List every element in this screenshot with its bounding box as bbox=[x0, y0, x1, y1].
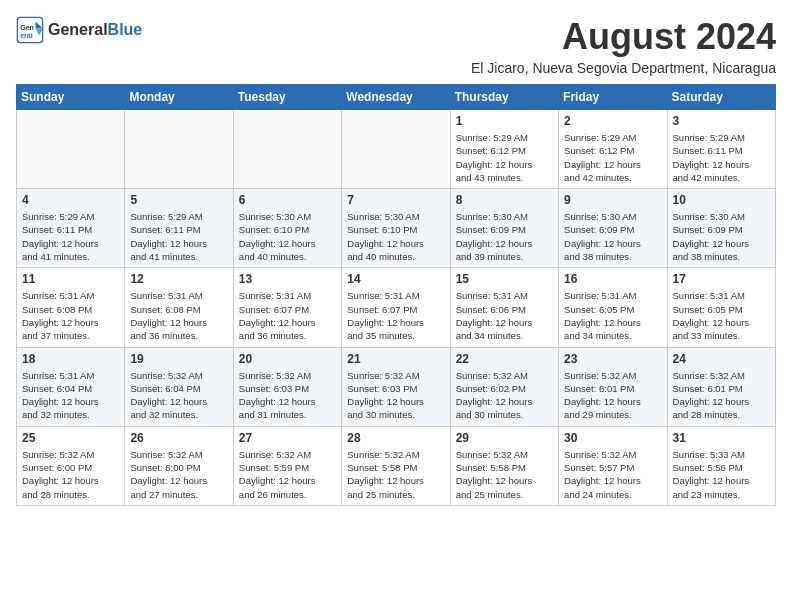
calendar-cell: 16Sunrise: 5:31 AMSunset: 6:05 PMDayligh… bbox=[559, 268, 667, 347]
calendar-cell: 31Sunrise: 5:33 AMSunset: 5:56 PMDayligh… bbox=[667, 426, 775, 505]
page-header: Gen eral GeneralBlue August 2024 El Jica… bbox=[16, 16, 776, 76]
weekday-header-tuesday: Tuesday bbox=[233, 85, 341, 110]
day-info: Sunrise: 5:32 AMSunset: 6:04 PMDaylight:… bbox=[130, 369, 227, 422]
day-info: Sunrise: 5:29 AMSunset: 6:11 PMDaylight:… bbox=[130, 210, 227, 263]
day-info: Sunrise: 5:29 AMSunset: 6:12 PMDaylight:… bbox=[564, 131, 661, 184]
calendar-cell: 15Sunrise: 5:31 AMSunset: 6:06 PMDayligh… bbox=[450, 268, 558, 347]
calendar-cell bbox=[342, 110, 450, 189]
day-info: Sunrise: 5:31 AMSunset: 6:05 PMDaylight:… bbox=[673, 289, 770, 342]
day-number: 23 bbox=[564, 352, 661, 366]
calendar-cell: 2Sunrise: 5:29 AMSunset: 6:12 PMDaylight… bbox=[559, 110, 667, 189]
day-number: 26 bbox=[130, 431, 227, 445]
day-info: Sunrise: 5:32 AMSunset: 6:00 PMDaylight:… bbox=[22, 448, 119, 501]
day-info: Sunrise: 5:32 AMSunset: 5:59 PMDaylight:… bbox=[239, 448, 336, 501]
calendar-cell: 9Sunrise: 5:30 AMSunset: 6:09 PMDaylight… bbox=[559, 189, 667, 268]
calendar-cell bbox=[125, 110, 233, 189]
day-info: Sunrise: 5:32 AMSunset: 6:01 PMDaylight:… bbox=[673, 369, 770, 422]
day-number: 19 bbox=[130, 352, 227, 366]
calendar-cell bbox=[17, 110, 125, 189]
day-number: 15 bbox=[456, 272, 553, 286]
logo-text: GeneralBlue bbox=[48, 21, 142, 39]
day-number: 7 bbox=[347, 193, 444, 207]
weekday-header-saturday: Saturday bbox=[667, 85, 775, 110]
day-number: 18 bbox=[22, 352, 119, 366]
day-number: 30 bbox=[564, 431, 661, 445]
svg-text:eral: eral bbox=[20, 32, 33, 39]
day-number: 22 bbox=[456, 352, 553, 366]
weekday-header-wednesday: Wednesday bbox=[342, 85, 450, 110]
day-info: Sunrise: 5:30 AMSunset: 6:10 PMDaylight:… bbox=[239, 210, 336, 263]
day-number: 12 bbox=[130, 272, 227, 286]
day-info: Sunrise: 5:30 AMSunset: 6:10 PMDaylight:… bbox=[347, 210, 444, 263]
day-info: Sunrise: 5:32 AMSunset: 5:58 PMDaylight:… bbox=[456, 448, 553, 501]
calendar-cell: 28Sunrise: 5:32 AMSunset: 5:58 PMDayligh… bbox=[342, 426, 450, 505]
calendar-cell: 10Sunrise: 5:30 AMSunset: 6:09 PMDayligh… bbox=[667, 189, 775, 268]
day-info: Sunrise: 5:31 AMSunset: 6:07 PMDaylight:… bbox=[347, 289, 444, 342]
calendar-cell: 11Sunrise: 5:31 AMSunset: 6:08 PMDayligh… bbox=[17, 268, 125, 347]
day-number: 4 bbox=[22, 193, 119, 207]
day-number: 27 bbox=[239, 431, 336, 445]
calendar-week-row: 4Sunrise: 5:29 AMSunset: 6:11 PMDaylight… bbox=[17, 189, 776, 268]
day-number: 25 bbox=[22, 431, 119, 445]
day-number: 31 bbox=[673, 431, 770, 445]
day-info: Sunrise: 5:31 AMSunset: 6:08 PMDaylight:… bbox=[22, 289, 119, 342]
title-block: August 2024 El Jicaro, Nueva Segovia Dep… bbox=[471, 16, 776, 76]
calendar-cell: 5Sunrise: 5:29 AMSunset: 6:11 PMDaylight… bbox=[125, 189, 233, 268]
day-info: Sunrise: 5:31 AMSunset: 6:07 PMDaylight:… bbox=[239, 289, 336, 342]
svg-marker-4 bbox=[36, 29, 43, 36]
day-number: 9 bbox=[564, 193, 661, 207]
weekday-header-friday: Friday bbox=[559, 85, 667, 110]
calendar-cell: 25Sunrise: 5:32 AMSunset: 6:00 PMDayligh… bbox=[17, 426, 125, 505]
calendar-cell: 26Sunrise: 5:32 AMSunset: 6:00 PMDayligh… bbox=[125, 426, 233, 505]
day-number: 13 bbox=[239, 272, 336, 286]
day-number: 14 bbox=[347, 272, 444, 286]
day-number: 3 bbox=[673, 114, 770, 128]
day-info: Sunrise: 5:32 AMSunset: 5:58 PMDaylight:… bbox=[347, 448, 444, 501]
day-info: Sunrise: 5:30 AMSunset: 6:09 PMDaylight:… bbox=[673, 210, 770, 263]
calendar-cell: 29Sunrise: 5:32 AMSunset: 5:58 PMDayligh… bbox=[450, 426, 558, 505]
calendar-cell bbox=[233, 110, 341, 189]
day-info: Sunrise: 5:32 AMSunset: 6:03 PMDaylight:… bbox=[239, 369, 336, 422]
calendar-cell: 4Sunrise: 5:29 AMSunset: 6:11 PMDaylight… bbox=[17, 189, 125, 268]
calendar-cell: 6Sunrise: 5:30 AMSunset: 6:10 PMDaylight… bbox=[233, 189, 341, 268]
calendar-cell: 22Sunrise: 5:32 AMSunset: 6:02 PMDayligh… bbox=[450, 347, 558, 426]
calendar-week-row: 18Sunrise: 5:31 AMSunset: 6:04 PMDayligh… bbox=[17, 347, 776, 426]
day-info: Sunrise: 5:31 AMSunset: 6:04 PMDaylight:… bbox=[22, 369, 119, 422]
calendar-cell: 3Sunrise: 5:29 AMSunset: 6:11 PMDaylight… bbox=[667, 110, 775, 189]
calendar-cell: 20Sunrise: 5:32 AMSunset: 6:03 PMDayligh… bbox=[233, 347, 341, 426]
day-number: 8 bbox=[456, 193, 553, 207]
calendar-cell: 8Sunrise: 5:30 AMSunset: 6:09 PMDaylight… bbox=[450, 189, 558, 268]
day-info: Sunrise: 5:31 AMSunset: 6:08 PMDaylight:… bbox=[130, 289, 227, 342]
calendar-week-row: 11Sunrise: 5:31 AMSunset: 6:08 PMDayligh… bbox=[17, 268, 776, 347]
svg-text:Gen: Gen bbox=[20, 24, 34, 31]
day-number: 29 bbox=[456, 431, 553, 445]
day-number: 1 bbox=[456, 114, 553, 128]
day-number: 17 bbox=[673, 272, 770, 286]
day-number: 28 bbox=[347, 431, 444, 445]
day-number: 24 bbox=[673, 352, 770, 366]
calendar-cell: 7Sunrise: 5:30 AMSunset: 6:10 PMDaylight… bbox=[342, 189, 450, 268]
day-number: 2 bbox=[564, 114, 661, 128]
day-info: Sunrise: 5:31 AMSunset: 6:05 PMDaylight:… bbox=[564, 289, 661, 342]
calendar-cell: 30Sunrise: 5:32 AMSunset: 5:57 PMDayligh… bbox=[559, 426, 667, 505]
weekday-header-monday: Monday bbox=[125, 85, 233, 110]
day-number: 20 bbox=[239, 352, 336, 366]
day-info: Sunrise: 5:33 AMSunset: 5:56 PMDaylight:… bbox=[673, 448, 770, 501]
day-info: Sunrise: 5:32 AMSunset: 6:00 PMDaylight:… bbox=[130, 448, 227, 501]
day-info: Sunrise: 5:29 AMSunset: 6:11 PMDaylight:… bbox=[673, 131, 770, 184]
calendar-cell: 24Sunrise: 5:32 AMSunset: 6:01 PMDayligh… bbox=[667, 347, 775, 426]
day-info: Sunrise: 5:29 AMSunset: 6:12 PMDaylight:… bbox=[456, 131, 553, 184]
weekday-header-row: SundayMondayTuesdayWednesdayThursdayFrid… bbox=[17, 85, 776, 110]
day-info: Sunrise: 5:32 AMSunset: 6:02 PMDaylight:… bbox=[456, 369, 553, 422]
day-info: Sunrise: 5:32 AMSunset: 6:03 PMDaylight:… bbox=[347, 369, 444, 422]
day-info: Sunrise: 5:32 AMSunset: 5:57 PMDaylight:… bbox=[564, 448, 661, 501]
calendar-cell: 12Sunrise: 5:31 AMSunset: 6:08 PMDayligh… bbox=[125, 268, 233, 347]
calendar-week-row: 25Sunrise: 5:32 AMSunset: 6:00 PMDayligh… bbox=[17, 426, 776, 505]
calendar-cell: 19Sunrise: 5:32 AMSunset: 6:04 PMDayligh… bbox=[125, 347, 233, 426]
day-number: 11 bbox=[22, 272, 119, 286]
svg-marker-3 bbox=[36, 22, 43, 29]
calendar-cell: 13Sunrise: 5:31 AMSunset: 6:07 PMDayligh… bbox=[233, 268, 341, 347]
calendar-cell: 14Sunrise: 5:31 AMSunset: 6:07 PMDayligh… bbox=[342, 268, 450, 347]
day-number: 5 bbox=[130, 193, 227, 207]
calendar-cell: 17Sunrise: 5:31 AMSunset: 6:05 PMDayligh… bbox=[667, 268, 775, 347]
